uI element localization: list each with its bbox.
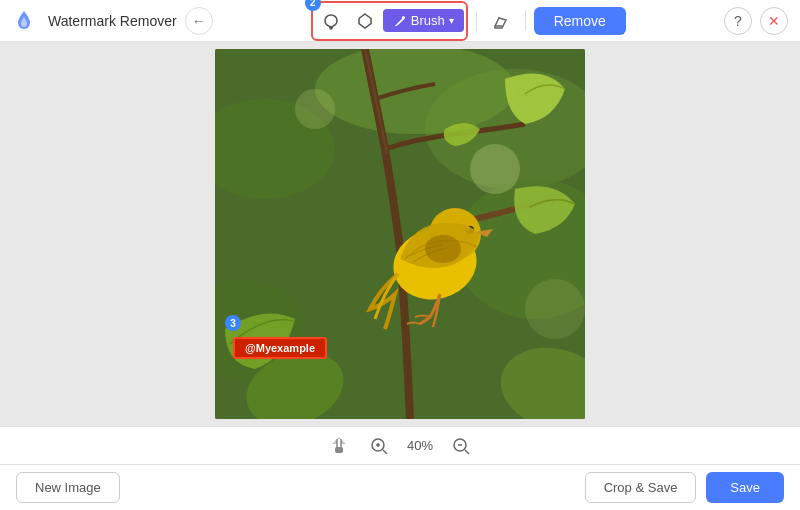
polygon-tool-button[interactable] [349,5,381,37]
titlebar-left: Watermark Remover ← [12,7,213,35]
app-title: Watermark Remover [48,13,177,29]
zoom-level: 40% [407,438,433,453]
brush-label: Brush [411,13,445,28]
lasso-icon [322,12,340,30]
pan-icon [329,436,349,456]
titlebar: Watermark Remover ← 2 [0,0,800,42]
brush-tool-button[interactable]: Brush ▾ [383,9,464,32]
selection-badge: 2 [305,0,321,11]
svg-point-0 [402,16,405,19]
svg-point-8 [295,89,335,129]
titlebar-right: ? ✕ [724,7,788,35]
bottom-toolbar: 40% [0,426,800,464]
erase-icon [492,12,510,30]
watermark-badge: 3 [225,315,241,331]
brush-icon [393,14,407,28]
main-canvas: 3 @Myexample [0,42,800,426]
new-image-button[interactable]: New Image [16,472,120,503]
tool-separator [476,11,477,31]
bird-image [215,49,585,419]
titlebar-center: 2 Brush ▾ [311,1,626,41]
svg-point-9 [525,279,585,339]
erase-tool-button[interactable] [485,5,517,37]
zoom-in-button[interactable] [367,434,391,458]
lasso-tool-button[interactable] [315,5,347,37]
footer-right: Crop & Save Save [585,472,784,503]
polygon-icon [356,12,374,30]
back-button[interactable]: ← [185,7,213,35]
pan-tool-button[interactable] [327,434,351,458]
watermark-label[interactable]: @Myexample [233,337,327,359]
svg-rect-17 [335,447,343,453]
footer: New Image Crop & Save Save [0,464,800,510]
image-container[interactable]: 3 @Myexample [215,49,585,419]
zoom-out-button[interactable] [449,434,473,458]
selection-tools-group: 2 Brush ▾ [311,1,468,41]
brush-chevron-icon: ▾ [449,15,454,26]
svg-point-14 [425,235,461,263]
bird-scene [215,49,585,419]
close-button[interactable]: ✕ [760,7,788,35]
svg-line-24 [465,450,469,454]
back-icon: ← [192,13,206,29]
svg-line-21 [383,450,387,454]
help-button[interactable]: ? [724,7,752,35]
tool-separator-2 [525,11,526,31]
svg-point-7 [470,144,520,194]
crop-save-button[interactable]: Crop & Save [585,472,697,503]
app-logo-icon [12,9,36,33]
zoom-in-icon [370,437,388,455]
remove-button[interactable]: Remove [534,7,626,35]
zoom-out-icon [452,437,470,455]
save-button[interactable]: Save [706,472,784,503]
